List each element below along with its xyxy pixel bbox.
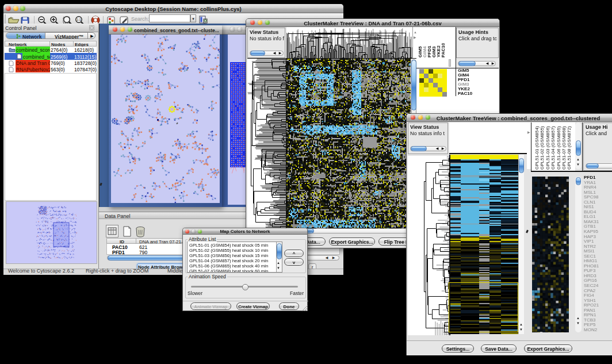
svg-text:1:1: 1:1: [76, 18, 81, 21]
